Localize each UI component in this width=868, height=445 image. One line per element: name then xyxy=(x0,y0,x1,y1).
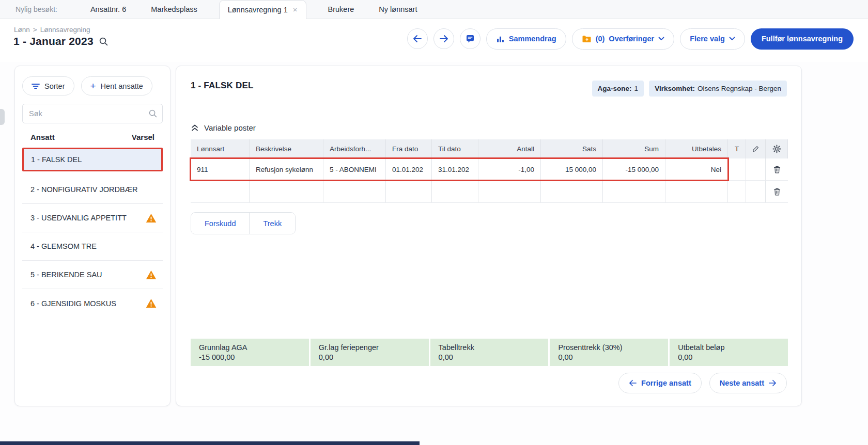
tab-ansattnr-6[interactable]: Ansattnr. 6 xyxy=(87,0,129,19)
cell-lonnsart[interactable]: 911 xyxy=(191,158,250,180)
pen-icon xyxy=(752,146,759,152)
cell-utbetales[interactable]: Nei xyxy=(665,158,728,180)
cell-antall[interactable] xyxy=(478,181,541,202)
col-header-pen xyxy=(746,139,766,158)
hent-ansatte-button[interactable]: + Hent ansatte xyxy=(81,76,152,96)
cell-arbeidsforhold[interactable]: 5 - ABONNEMI xyxy=(323,158,386,180)
cell-sum[interactable]: -15 000,00 xyxy=(603,158,665,180)
col-header-fra-dato: Fra dato xyxy=(386,139,432,158)
trekk-button[interactable]: Trekk xyxy=(249,213,295,234)
employee-search-input[interactable] xyxy=(22,104,163,123)
tab-label: Lønnsavregning 1 xyxy=(228,1,288,19)
cell-arbeidsforhold[interactable] xyxy=(323,181,386,202)
bar-chart-icon xyxy=(496,35,505,43)
forward-button[interactable] xyxy=(433,28,454,49)
recently-visited-label: Nylig besøkt: xyxy=(16,0,57,19)
col-header-beskrivelse: Beskrivelse xyxy=(250,139,323,158)
warning-icon xyxy=(146,298,157,308)
breadcrumb-section[interactable]: Lønn xyxy=(14,26,30,34)
chat-icon xyxy=(465,34,475,44)
employee-list-item[interactable]: 4 - GLEMSOM TRE xyxy=(22,232,163,261)
summary-row: Grunnlag AGA -15 000,00 Gr.lag feriepeng… xyxy=(191,339,788,366)
cell-t[interactable] xyxy=(728,181,746,202)
left-edge-handle xyxy=(0,109,5,125)
breadcrumb-page[interactable]: Lønnsavregning xyxy=(40,26,90,34)
cell-fra-dato[interactable]: 01.01.202 xyxy=(386,158,432,180)
cell-sum[interactable] xyxy=(603,181,665,202)
cell-til-dato[interactable]: 31.01.202 xyxy=(432,158,478,180)
employee-list-item[interactable]: 2 - NONFIGURATIV JORDBÆR xyxy=(22,176,163,204)
tab-ny-lonnsart[interactable]: Ny lønnsart xyxy=(376,0,420,19)
col-header-antall: Antall xyxy=(478,139,541,158)
employee-name: 5 - BERIKENDE SAU xyxy=(30,271,102,279)
employee-list-item[interactable]: 6 - GJENSIDIG MOSKUS xyxy=(22,289,163,317)
comments-button[interactable] xyxy=(460,28,481,49)
employee-list-item-selected[interactable]: 1 - FALSK DEL xyxy=(22,148,163,171)
cell-beskrivelse[interactable]: Refusjon sykelønn xyxy=(250,158,323,180)
trash-icon xyxy=(773,165,781,174)
summary-label: Grunnlag AGA xyxy=(199,343,301,352)
tab-bar: Nylig besøkt: Ansattnr. 6 Markedsplass L… xyxy=(0,0,868,19)
cell-pen[interactable] xyxy=(746,181,766,202)
employee-list-item[interactable]: 3 - USEDVANLIG APPETITT xyxy=(22,204,163,232)
collapse-double-chevron-up-icon[interactable] xyxy=(191,124,199,132)
cell-t[interactable] xyxy=(728,158,746,180)
summary-label: Utbetalt beløp xyxy=(678,343,780,352)
table-row[interactable]: 911 Refusjon sykelønn 5 - ABONNEMI 01.01… xyxy=(191,158,788,181)
cell-antall[interactable]: -1,00 xyxy=(478,158,541,180)
arrow-left-icon xyxy=(629,379,637,387)
fullfor-lonnsavregning-button[interactable]: Fullfør lønnsavregning xyxy=(751,28,854,50)
trash-icon xyxy=(773,187,781,196)
cell-beskrivelse[interactable] xyxy=(250,181,323,202)
cell-til-dato[interactable] xyxy=(432,181,478,202)
sorter-button[interactable]: Sorter xyxy=(22,76,74,96)
back-button[interactable] xyxy=(407,28,428,49)
close-icon[interactable]: × xyxy=(293,1,298,19)
cell-sats[interactable]: 15 000,00 xyxy=(541,158,603,180)
neste-ansatt-button[interactable]: Neste ansatt xyxy=(709,373,787,393)
sammendrag-button[interactable]: Sammendrag xyxy=(486,28,566,50)
warning-icon xyxy=(146,213,157,223)
chevron-down-icon xyxy=(658,37,664,41)
payroll-detail-panel: 1 - FALSK DEL Aga-sone:1 Virksomhet:Olse… xyxy=(176,66,802,406)
app-header: Lønn > Lønnsavregning 1 - Januar 2023 Sa… xyxy=(0,19,868,62)
employee-list-item[interactable]: 5 - BERIKENDE SAU xyxy=(22,261,163,289)
virksomhet-label: Virksomhet: xyxy=(655,85,695,92)
cell-delete xyxy=(766,181,788,202)
tab-brukere[interactable]: Brukere xyxy=(325,0,358,19)
warning-icon xyxy=(146,270,157,280)
breadcrumb: Lønn > Lønnsavregning xyxy=(14,26,90,34)
virksomhet-value: Olsens Regnskap - Bergen xyxy=(698,85,781,92)
forskudd-trekk-group: Forskudd Trekk xyxy=(191,212,296,234)
delete-row-button[interactable] xyxy=(772,187,782,196)
cell-delete xyxy=(766,158,788,180)
search-icon[interactable] xyxy=(99,37,109,46)
tab-markedsplass[interactable]: Markedsplass xyxy=(148,0,200,19)
delete-row-button[interactable] xyxy=(772,165,782,174)
employee-name: 3 - USEDVANLIG APPETITT xyxy=(30,214,127,222)
cell-pen[interactable] xyxy=(746,158,766,180)
column-header-varsel: Varsel xyxy=(132,133,154,141)
cell-utbetales[interactable] xyxy=(665,181,728,202)
breadcrumb-separator: > xyxy=(33,26,37,34)
search-icon xyxy=(148,109,158,118)
page-title: 1 - Januar 2023 xyxy=(13,35,94,47)
employee-name: 6 - GJENSIDIG MOSKUS xyxy=(30,299,116,308)
employee-name: 2 - NONFIGURATIV JORDBÆR xyxy=(30,185,138,194)
forskudd-button[interactable]: Forskudd xyxy=(191,213,249,234)
variable-poster-table: Lønnsart Beskrivelse Arbeidsforh... Fra … xyxy=(191,139,788,203)
tab-lonnsavregning[interactable]: Lønnsavregning 1 × xyxy=(219,0,306,19)
table-row-empty[interactable] xyxy=(191,181,788,203)
sort-icon xyxy=(32,83,40,89)
flere-valg-button[interactable]: Flere valg xyxy=(680,28,745,50)
cell-fra-dato[interactable] xyxy=(386,181,432,202)
overforinger-button[interactable]: (0) Overføringer xyxy=(572,28,675,50)
forrige-ansatt-label: Forrige ansatt xyxy=(641,379,691,387)
col-header-settings[interactable] xyxy=(766,139,788,158)
forrige-ansatt-button[interactable]: Forrige ansatt xyxy=(618,373,702,393)
cell-lonnsart[interactable] xyxy=(191,181,250,202)
employee-name: 4 - GLEMSOM TRE xyxy=(30,242,97,250)
cell-sats[interactable] xyxy=(541,181,603,202)
bottom-taskbar-strip xyxy=(0,441,420,445)
sammendrag-label: Sammendrag xyxy=(509,35,556,43)
